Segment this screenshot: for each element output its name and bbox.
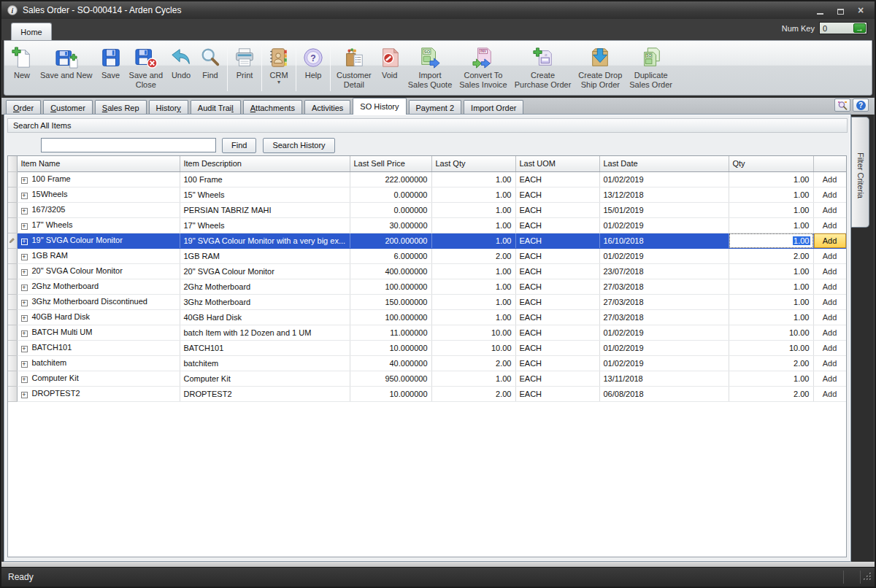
save-button[interactable]: Save — [96, 42, 126, 93]
num-key-input[interactable]: 0 → — [819, 22, 867, 34]
cell-qty[interactable]: 1.00 — [729, 279, 813, 294]
tab-sales-rep[interactable]: Sales Rep — [95, 100, 147, 115]
cell-qty[interactable]: 1.00 — [729, 217, 813, 233]
ribbon-tab-home[interactable]: Home — [11, 23, 52, 40]
tab-payment-2[interactable]: Payment 2 — [409, 100, 462, 115]
expand-row-icon[interactable]: + — [21, 254, 28, 260]
add-button[interactable]: Add — [814, 341, 846, 355]
save-and-new-button[interactable]: Save and New — [36, 42, 96, 93]
expand-row-icon[interactable]: + — [21, 361, 28, 368]
table-row[interactable]: +100 Frame 100 Frame 222.000000 1.00 EAC… — [8, 171, 846, 187]
maximize-button[interactable] — [835, 6, 845, 15]
find-button[interactable]: Find — [222, 138, 256, 153]
header-last-qty[interactable]: Last Qty — [431, 156, 515, 171]
expand-row-icon[interactable]: + — [21, 346, 28, 352]
tab-order[interactable]: Order — [6, 100, 41, 115]
table-row[interactable]: +1GB RAM 1GB RAM 6.000000 2.00 EACH 01/0… — [8, 248, 846, 263]
convert-to-sales-invoice-button[interactable]: INV Convert To Sales Invoice — [456, 42, 510, 93]
table-row[interactable]: +15Wheels 15" Wheels 0.000000 1.00 EACH … — [8, 187, 846, 202]
crm-button[interactable]: CRM ▾ — [264, 42, 293, 93]
tab-attachments[interactable]: Attachments — [243, 100, 302, 115]
cell-qty[interactable]: 10.00 — [729, 325, 813, 340]
expand-row-icon[interactable]: + — [21, 285, 28, 291]
help-button[interactable]: ? — [853, 98, 869, 112]
add-button[interactable]: Add — [814, 310, 846, 325]
table-row[interactable]: +DROPTEST2 DROPTEST2 10.000000 2.00 EACH… — [8, 386, 846, 401]
add-button[interactable]: Add — [814, 249, 846, 263]
expand-row-icon[interactable]: + — [21, 208, 28, 214]
minimize-button[interactable] — [815, 6, 825, 15]
add-button[interactable]: Add — [814, 279, 846, 294]
duplicate-sales-order-button[interactable]: SO Duplicate Sales Order — [626, 42, 676, 93]
tab-history[interactable]: History — [149, 100, 188, 115]
cell-qty[interactable]: 1.00 — [729, 202, 813, 217]
create-purchase-order-button[interactable]: o Create Purchase Order — [511, 42, 575, 93]
header-last-uom[interactable]: Last UOM — [515, 156, 599, 171]
header-item-name[interactable]: Item Name — [17, 156, 180, 171]
table-row[interactable]: +Computer Kit Computer Kit 950.000000 1.… — [8, 371, 846, 386]
add-button[interactable]: Add — [814, 387, 846, 401]
add-button[interactable]: Add — [814, 371, 846, 386]
table-row[interactable]: +2Ghz Motherboard 2Ghz Motherboard 100.0… — [8, 279, 846, 294]
new-button[interactable]: New — [7, 42, 36, 93]
table-row[interactable]: +19" SVGA Colour Monitor 19" SVGA Colour… — [8, 233, 846, 248]
cell-qty[interactable]: 2.00 — [729, 248, 813, 263]
table-row[interactable]: +3Ghz Motherboard Discontinued 3Ghz Moth… — [8, 294, 846, 309]
create-drop-ship-order-button[interactable]: Create Drop Ship Order — [575, 42, 626, 93]
expand-row-icon[interactable]: + — [21, 330, 28, 337]
filter-criteria-tab[interactable]: Filter Criteria — [851, 117, 869, 228]
save-and-close-button[interactable]: Save and Close — [126, 42, 166, 93]
table-row[interactable]: +167/3205 PERSIAN TABRIZ MAHI 0.000000 1… — [8, 202, 846, 217]
table-row[interactable]: +40GB Hard Disk 40GB Hard Disk 100.00000… — [8, 309, 846, 325]
tab-so-history[interactable]: SO History — [353, 98, 406, 115]
close-button[interactable]: × — [856, 6, 866, 15]
void-button[interactable]: Void — [375, 42, 404, 93]
cell-qty[interactable]: 2.00 — [729, 355, 813, 371]
filter-search-button[interactable] — [834, 98, 850, 112]
cell-qty[interactable]: 1.00 — [729, 233, 813, 248]
expand-row-icon[interactable]: + — [21, 392, 28, 398]
search-history-button[interactable]: Search History — [263, 138, 334, 153]
cell-qty[interactable]: 1.00 — [729, 309, 813, 325]
header-item-description[interactable]: Item Description — [180, 156, 350, 171]
add-button[interactable]: Add — [814, 295, 846, 309]
tab-activities[interactable]: Activities — [304, 100, 350, 115]
import-sales-quote-button[interactable]: SO Import Sales Quote — [404, 42, 456, 93]
expand-row-icon[interactable]: + — [21, 223, 28, 230]
qty-editor[interactable]: 1.00 — [729, 233, 813, 248]
expand-row-icon[interactable]: + — [21, 315, 28, 322]
table-row[interactable]: +17" Wheels 17" Wheels 30.000000 1.00 EA… — [8, 217, 846, 233]
cell-qty[interactable]: 1.00 — [729, 294, 813, 309]
cell-qty[interactable]: 1.00 — [729, 171, 813, 187]
cell-qty[interactable]: 10.00 — [729, 340, 813, 355]
tab-import-order[interactable]: Import Order — [464, 100, 523, 115]
expand-row-icon[interactable]: + — [21, 239, 28, 245]
customer-detail-button[interactable]: Customer Detail — [333, 42, 375, 93]
add-button[interactable]: Add — [814, 233, 846, 248]
add-button[interactable]: Add — [814, 203, 846, 217]
add-button[interactable]: Add — [814, 264, 846, 279]
header-last-sell-price[interactable]: Last Sell Price — [350, 156, 431, 171]
add-button[interactable]: Add — [814, 187, 846, 202]
cell-qty[interactable]: 1.00 — [729, 263, 813, 279]
table-row[interactable]: +20" SVGA Colour Monitor 20" SVGA Colour… — [8, 263, 846, 279]
table-row[interactable]: +batchitem batchitem 40.000000 2.00 EACH… — [8, 355, 846, 371]
undo-button[interactable]: Undo — [166, 42, 196, 93]
search-input[interactable] — [41, 138, 216, 152]
num-key-go-button[interactable]: → — [853, 23, 866, 33]
expand-row-icon[interactable]: + — [21, 376, 28, 383]
help-button-ribbon[interactable]: ? Help — [299, 42, 328, 93]
add-button[interactable]: Add — [814, 218, 846, 233]
find-button-ribbon[interactable]: Find — [196, 42, 225, 93]
header-last-date[interactable]: Last Date — [599, 156, 729, 171]
tab-customer[interactable]: Customer — [43, 100, 93, 115]
expand-row-icon[interactable]: + — [21, 269, 28, 276]
cell-qty[interactable]: 1.00 — [729, 187, 813, 202]
expand-row-icon[interactable]: + — [21, 300, 28, 306]
resize-grip[interactable] — [863, 571, 872, 584]
expand-row-icon[interactable]: + — [21, 193, 28, 199]
add-button[interactable]: Add — [814, 356, 846, 371]
tab-audit-trail[interactable]: Audit Trail — [191, 100, 241, 115]
cell-qty[interactable]: 2.00 — [729, 386, 813, 401]
add-button[interactable]: Add — [814, 325, 846, 340]
